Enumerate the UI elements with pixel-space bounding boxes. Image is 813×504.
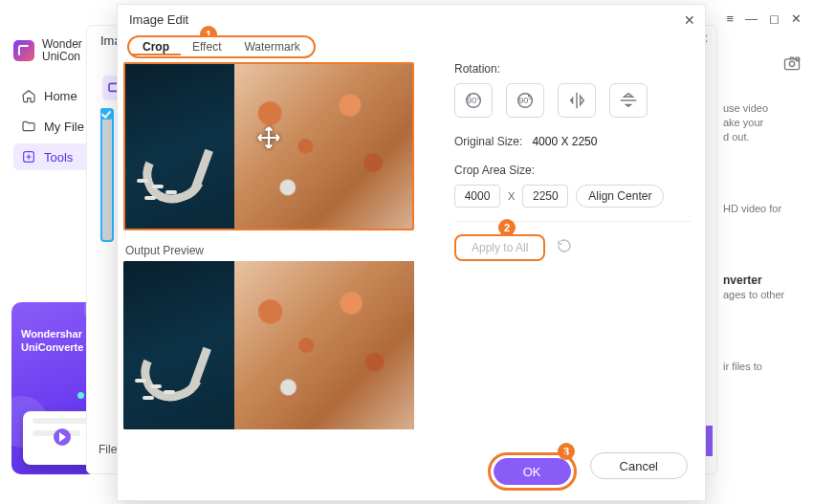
sidebar-nav: Home My File Tools bbox=[13, 82, 92, 174]
nav-tools[interactable]: Tools bbox=[13, 143, 92, 170]
flip-h-icon bbox=[566, 90, 587, 111]
move-icon bbox=[256, 125, 281, 154]
minimize-icon[interactable]: — bbox=[745, 11, 758, 26]
tabs-highlight: Crop Effect Watermark bbox=[127, 35, 316, 58]
folder-icon bbox=[21, 119, 36, 134]
tab-watermark[interactable]: Watermark bbox=[232, 38, 311, 55]
flip-vertical-button[interactable] bbox=[609, 83, 648, 118]
crop-preview[interactable] bbox=[123, 62, 414, 230]
rotate-cw-button[interactable]: 90° bbox=[506, 83, 544, 118]
ok-highlight: OK bbox=[488, 452, 577, 491]
nav-home[interactable]: Home bbox=[13, 82, 92, 109]
logo-icon bbox=[13, 40, 34, 61]
svg-point-1 bbox=[789, 61, 794, 66]
apply-to-all-button[interactable]: Apply to All bbox=[454, 234, 545, 261]
crop-controls: Rotation: 90° 90° Original Size: 4000 X … bbox=[454, 62, 692, 235]
crop-height-input[interactable] bbox=[522, 185, 568, 208]
modal-footer: OK Cancel bbox=[118, 452, 705, 491]
selected-thumb[interactable] bbox=[100, 108, 114, 242]
modal-title: Image Edit bbox=[129, 12, 188, 27]
app-logo: Wonder UniCon bbox=[13, 38, 82, 63]
output-preview-label: Output Preview bbox=[125, 244, 204, 257]
original-size-value: 4000 X 2250 bbox=[532, 135, 597, 148]
flip-horizontal-button[interactable] bbox=[558, 83, 596, 118]
flip-v-icon bbox=[618, 90, 639, 111]
crop-width-input[interactable] bbox=[454, 185, 500, 208]
nav-tools-label: Tools bbox=[44, 150, 73, 164]
nav-files-label: My File bbox=[44, 120, 84, 134]
close-icon[interactable]: ✕ bbox=[791, 11, 802, 26]
tab-crop[interactable]: Crop bbox=[131, 38, 181, 55]
settings-icon[interactable]: ≡ bbox=[726, 11, 734, 26]
reset-icon[interactable] bbox=[557, 238, 572, 257]
home-icon bbox=[21, 88, 36, 103]
os-window-controls: ≡ — ◻ ✕ bbox=[726, 11, 802, 26]
original-size-label: Original Size: bbox=[454, 135, 522, 148]
check-icon bbox=[100, 108, 112, 120]
rotate-ccw-button[interactable]: 90° bbox=[454, 83, 493, 118]
camera-settings-icon[interactable] bbox=[782, 54, 802, 73]
maximize-icon[interactable]: ◻ bbox=[769, 11, 780, 26]
image-edit-modal: Image Edit ✕ 1 Crop Effect Watermark Out… bbox=[117, 4, 706, 501]
nav-files[interactable]: My File bbox=[13, 113, 92, 140]
nav-home-label: Home bbox=[44, 89, 77, 103]
play-icon bbox=[54, 428, 71, 446]
tab-effect[interactable]: Effect bbox=[181, 38, 232, 55]
align-center-button[interactable]: Align Center bbox=[576, 185, 664, 208]
cancel-button[interactable]: Cancel bbox=[590, 452, 688, 479]
right-tips: use videoake yourd out. HD video for nve… bbox=[723, 101, 798, 431]
modal-close-icon[interactable]: ✕ bbox=[684, 12, 695, 28]
brand-text: Wonder UniCon bbox=[42, 38, 82, 63]
x-separator: X bbox=[508, 190, 515, 202]
crop-size-label: Crop Area Size: bbox=[454, 164, 692, 177]
ok-button[interactable]: OK bbox=[494, 458, 571, 485]
output-preview bbox=[123, 261, 414, 429]
rotation-label: Rotation: bbox=[454, 62, 692, 76]
tools-icon bbox=[21, 149, 36, 164]
